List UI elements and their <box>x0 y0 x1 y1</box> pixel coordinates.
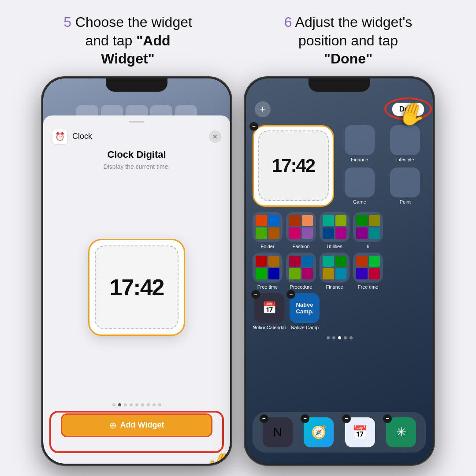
finance-app: Finance <box>338 125 381 164</box>
dock: N − 🧭 − <box>253 412 426 453</box>
game-label: Game <box>353 199 366 205</box>
widget-preview-area: // Will be rendered below 17:42 <box>43 179 230 396</box>
step6-block: 6 Adjust the widget'sposition and tap"Do… <box>238 13 458 68</box>
dot-8 <box>152 403 156 406</box>
add-icon: ⊕ <box>109 420 117 431</box>
free-time-label: Free time <box>257 284 278 290</box>
page-dots <box>246 336 433 339</box>
notion-calendar-app: 📅 − NotionCalendar <box>253 293 286 330</box>
folder-icon <box>253 212 283 242</box>
game-icon <box>345 167 375 197</box>
native-camp-label: Native Camp <box>291 325 319 330</box>
phone1-screen: ⏰ Clock ✕ Clock Digital Display the curr… <box>43 78 230 464</box>
notion-dock-icon: N <box>273 425 282 439</box>
six-label: 6 <box>367 244 369 249</box>
page-dot-5 <box>350 336 353 339</box>
dot-2 <box>118 403 121 406</box>
native-camp-app: NativeCamp. − Native Camp <box>290 293 320 330</box>
dock-perp-minus: − <box>383 414 392 423</box>
page-dot-3 <box>338 336 341 339</box>
safari-icon: 🧭 <box>311 425 327 439</box>
phones-container: ⏰ Clock ✕ Clock Digital Display the curr… <box>0 77 476 476</box>
point-label: Point <box>400 199 411 205</box>
dock-notion-wrap: N − <box>263 417 293 447</box>
add-widget-label: Add Widget <box>120 420 164 430</box>
app-row-2: Folder Fashion <box>253 212 426 249</box>
cursor-hand-phone1: 🤚 <box>204 447 230 464</box>
widget-picker-sheet: ⏰ Clock ✕ Clock Digital Display the curr… <box>43 115 230 464</box>
free-time2-label: Free time <box>358 284 378 290</box>
sheet-close-button[interactable]: ✕ <box>209 130 221 143</box>
app-row-4: 📅 − NotionCalendar NativeCamp. <box>253 293 426 330</box>
finance-label: Finance <box>351 157 368 162</box>
step6-text: Adjust the widget'sposition and tap"Done… <box>295 14 413 67</box>
add-widget-btn-container: ⊕ Add Widget 🤚 <box>52 413 221 450</box>
utilities-icon <box>320 212 350 242</box>
point-app: Point <box>384 167 427 207</box>
app-grid-right: Finance Lifestyle <box>338 125 426 207</box>
six-icon <box>353 212 383 242</box>
dock-perp-wrap: ✳ − <box>386 417 416 447</box>
widget-description: Display the current time. <box>104 163 170 170</box>
add-button[interactable]: + <box>255 101 271 117</box>
cal-icon: 📅 <box>352 425 368 439</box>
sheet-header: ⏰ Clock ✕ <box>43 129 230 145</box>
dock-calendar: 📅 − <box>345 417 375 447</box>
homescreen-bg: + Done 17:42 <box>246 78 433 464</box>
free-time2-app: Free time <box>353 253 383 290</box>
widget-minus-badge: − <box>249 122 258 131</box>
free-time-icon <box>253 253 283 283</box>
widget-title: Clock Digital <box>107 149 166 160</box>
step5-block: 5 Choose the widgetand tap "AddWidget" <box>18 13 238 68</box>
hs-clock-inner: 17:42 <box>258 130 329 201</box>
dock-notion: N − <box>263 417 293 447</box>
page-dot-1 <box>327 336 330 339</box>
utilities-app: Utilities <box>320 212 350 249</box>
widget-page-dots <box>112 403 161 406</box>
dock-notion-minus: − <box>260 414 268 423</box>
procedure-label: Procedure <box>290 284 312 290</box>
dock-safari: 🧭 − <box>304 417 334 447</box>
dock-safari-icon: 🧭 <box>304 417 334 447</box>
add-widget-button[interactable]: ⊕ Add Widget <box>61 413 212 437</box>
dot-3 <box>124 403 127 406</box>
game-app: Game <box>338 167 381 207</box>
instructions-row: 5 Choose the widgetand tap "AddWidget" 6… <box>0 0 476 77</box>
fashion-label: Fashion <box>292 244 309 249</box>
notion-minus: − <box>251 290 260 299</box>
phone1: ⏰ Clock ✕ Clock Digital Display the curr… <box>42 77 231 465</box>
dot-7 <box>147 403 150 406</box>
native-camp-icon: NativeCamp. <box>290 293 320 323</box>
procedure-app: Procedure <box>286 253 316 290</box>
phone1-side-btn-right <box>230 158 231 193</box>
plus-icon: + <box>260 104 266 115</box>
native-camp-icon-wrap: NativeCamp. − <box>290 293 320 323</box>
notion-cal-icon: 📅 <box>254 293 284 323</box>
free-time-app: Free time <box>253 253 283 290</box>
finance-icon <box>345 125 375 155</box>
dot-9 <box>158 403 161 406</box>
finance2-icon <box>320 253 350 283</box>
finance2-label: Finance <box>326 284 343 290</box>
phone2-screen: + Done 17:42 <box>246 78 433 464</box>
notion-icon: 📅 <box>262 301 276 315</box>
free-time2-icon <box>353 253 383 283</box>
step5-text: Choose the widgetand tap "AddWidget" <box>75 14 192 67</box>
dot-4 <box>130 403 133 406</box>
page-dot-4 <box>344 336 347 339</box>
dock-perplexity: ✳ − <box>386 417 416 447</box>
clock-widget-inner: // Will be rendered below 17:42 <box>95 245 178 329</box>
notion-cal-icon-wrap: 📅 − <box>254 293 284 323</box>
phone2: + Done 17:42 <box>245 77 434 465</box>
app-row-3: Free time Procedure <box>253 253 426 290</box>
fashion-icon <box>286 212 316 242</box>
utilities-label: Utilities <box>327 244 342 249</box>
hs-clock-widget: 17:42 <box>253 125 334 207</box>
dock-perp-icon: ✳ <box>386 417 416 447</box>
step5-number: 5 <box>63 14 71 30</box>
sheet-app-name: Clock <box>72 132 209 141</box>
procedure-icon <box>286 253 316 283</box>
dock-cal-wrap: 📅 − <box>345 417 375 447</box>
step6-number: 6 <box>284 14 292 30</box>
sheet-handle <box>129 121 145 123</box>
